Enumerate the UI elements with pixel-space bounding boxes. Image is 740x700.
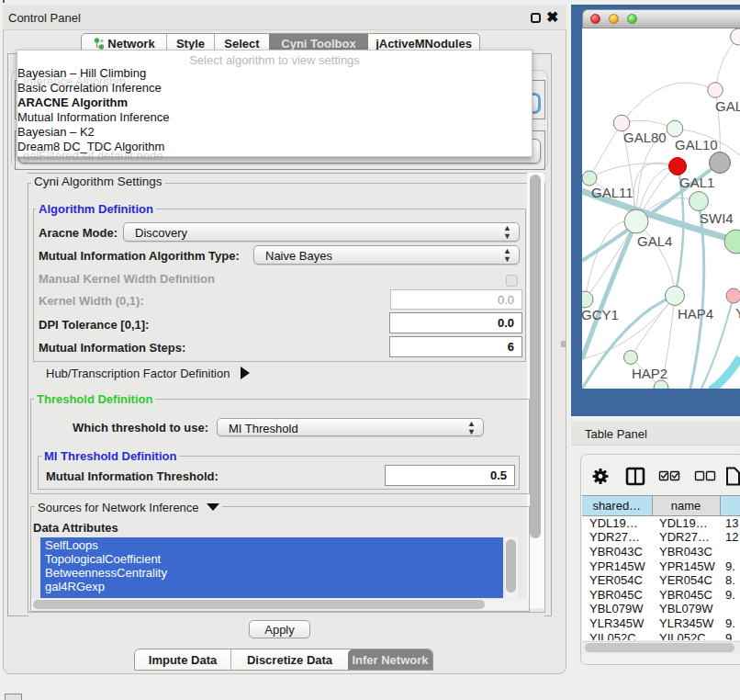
svg-text:Y: Y (735, 305, 740, 321)
svg-text:GAL11: GAL11 (591, 185, 633, 200)
svg-text:GCY1: GCY1 (582, 307, 619, 322)
svg-text:GAL4: GAL4 (637, 233, 672, 249)
svg-text:SWI4: SWI4 (700, 210, 734, 226)
svg-text:GAL: GAL (715, 98, 740, 114)
svg-text:GAL10: GAL10 (675, 137, 718, 152)
svg-text:GAL1: GAL1 (679, 175, 714, 190)
svg-text:HAP4: HAP4 (678, 306, 713, 322)
svg-text:HAP2: HAP2 (632, 366, 667, 381)
svg-text:GAL80: GAL80 (623, 130, 667, 145)
